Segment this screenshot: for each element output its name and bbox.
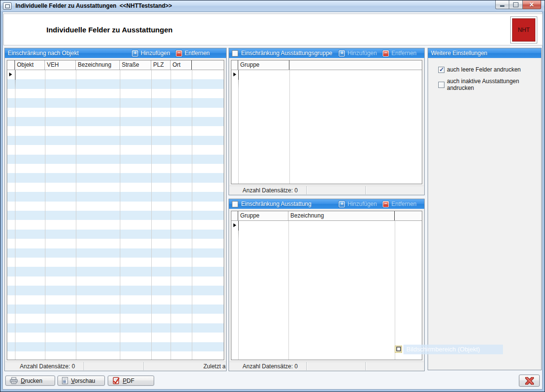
- gruppe-grid-header: Gruppe: [231, 60, 422, 70]
- plus-icon: [339, 201, 345, 207]
- panel-einstellungen-title: Weitere Einstellungen: [431, 50, 488, 57]
- pdf-button[interactable]: PDF: [108, 376, 154, 386]
- column-header-gruppe: Gruppe: [238, 211, 288, 220]
- ausstattung-grid-body[interactable]: [231, 221, 422, 360]
- window-title: Individuelle Felder zu Ausstattungen <<N…: [15, 2, 172, 9]
- column-header-ort: Ort: [171, 60, 192, 70]
- last-updated-label: Zuletzt ak: [144, 363, 226, 370]
- close-x-icon: [525, 377, 534, 385]
- printer-icon: [10, 377, 18, 384]
- app-window: Individuelle Felder zu Ausstattungen <<N…: [0, 0, 545, 392]
- gruppe-statusbar: Anzahl Datensätze: 0: [229, 186, 424, 194]
- window-controls: [495, 0, 541, 9]
- plus-icon: [132, 50, 138, 57]
- row-selector-header: [231, 60, 238, 70]
- column-header-veh: VEH: [45, 60, 76, 70]
- gruppe-grid[interactable]: Gruppe: [231, 60, 422, 184]
- column-header-empty: [395, 211, 422, 220]
- ausstattung-statusbar: Anzahl Datensätze: 0: [229, 362, 424, 370]
- panel-ausstattungsgruppe: Einschränkung Ausstattungsgruppe Hinzufü…: [229, 48, 425, 195]
- preview-icon: [62, 377, 68, 384]
- record-count: Anzahl Datensätze: 0: [229, 362, 306, 370]
- gruppe-remove-button[interactable]: Entfernen: [383, 50, 416, 57]
- print-button[interactable]: Drucken: [5, 376, 55, 386]
- gruppe-add-button[interactable]: Hinzufügen: [339, 50, 377, 57]
- minimize-button[interactable]: [495, 0, 509, 9]
- panel-gruppe-header: Einschränkung Ausstattungsgruppe Hinzufü…: [229, 48, 424, 58]
- minus-icon: [176, 50, 182, 57]
- nht-logo: NHT: [512, 18, 535, 42]
- gruppe-grid-body[interactable]: [231, 70, 422, 184]
- objekt-remove-button[interactable]: Entfernen: [176, 50, 210, 57]
- column-header-empty: [192, 60, 224, 70]
- panel-ausstattung: Einschränkung Ausstattung Hinzufügen Ent…: [229, 199, 425, 371]
- leere-felder-checkbox[interactable]: [438, 67, 445, 73]
- column-header-plz: PLZ: [151, 60, 171, 70]
- preview-button[interactable]: Vorschau: [57, 376, 105, 386]
- minus-icon: [383, 201, 389, 207]
- ausstattung-filter-checkbox[interactable]: [232, 201, 238, 207]
- current-row-marker-icon: [233, 73, 236, 76]
- plus-icon: [339, 50, 345, 57]
- objekt-grid-header: Objekt VEH Bezeichnung Straße PLZ Ort: [7, 60, 224, 70]
- close-window-button[interactable]: [523, 0, 541, 9]
- column-header-bezeichnung: Bezeichnung: [288, 211, 395, 220]
- logo-frame: NHT: [510, 16, 537, 44]
- current-row-marker-icon: [9, 73, 12, 76]
- title-bar: Individuelle Felder zu Ausstattungen <<N…: [0, 0, 545, 11]
- pdf-icon: [112, 377, 120, 384]
- panel-objekt: Einschränkung nach Objekt Hinzufügen Ent…: [4, 48, 227, 371]
- report-header: Individuelle Felder zu Ausstattungen NHT: [3, 14, 543, 45]
- panel-objekt-title: Einschränkung nach Objekt: [8, 50, 79, 57]
- maximize-button[interactable]: [509, 0, 523, 9]
- record-count: Anzahl Datensätze: 0: [229, 186, 306, 194]
- page-title: Individuelle Felder zu Ausstattungen: [46, 26, 172, 34]
- current-row-marker-icon: [233, 223, 236, 227]
- option-inaktive-ausstattungen[interactable]: auch inaktive Ausstattungen andrucken: [438, 78, 541, 91]
- objekt-grid[interactable]: Objekt VEH Bezeichnung Straße PLZ Ort: [7, 60, 224, 360]
- ausstattung-grid-header: Gruppe Bezeichnung: [231, 211, 422, 221]
- objekt-statusbar: Anzahl Datensätze: 0 Zuletzt ak: [5, 362, 226, 370]
- gruppe-filter-checkbox[interactable]: [232, 50, 238, 57]
- panel-gruppe-title: Einschränkung Ausstattungsgruppe: [241, 50, 332, 57]
- objekt-add-button[interactable]: Hinzufügen: [132, 50, 170, 57]
- system-menu-icon[interactable]: [3, 2, 12, 10]
- panel-einstellungen: Weitere Einstellungen auch leere Felder …: [428, 48, 542, 370]
- objekt-grid-body[interactable]: [7, 70, 224, 360]
- row-selector-header: [231, 211, 238, 220]
- inaktive-ausstattungen-checkbox[interactable]: [438, 82, 445, 88]
- option-leere-felder[interactable]: auch leere Felder andrucken: [438, 66, 521, 73]
- record-count: Anzahl Datensätze: 0: [5, 362, 84, 370]
- minus-icon: [383, 50, 389, 57]
- panel-einstellungen-header: Weitere Einstellungen: [428, 48, 541, 58]
- column-header-gruppe: Gruppe: [238, 60, 289, 70]
- panel-objekt-header: Einschränkung nach Objekt Hinzufügen Ent…: [5, 48, 226, 58]
- column-header-empty: [289, 60, 422, 70]
- panel-ausstattung-title: Einschränkung Ausstattung: [241, 201, 311, 207]
- column-header-bezeichnung: Bezeichnung: [76, 60, 120, 70]
- column-header-strasse: Straße: [120, 60, 151, 70]
- close-dialog-button[interactable]: [519, 375, 540, 387]
- row-selector-header: [7, 60, 15, 70]
- ausstattung-grid[interactable]: Gruppe Bezeichnung: [231, 211, 422, 360]
- ausstattung-remove-button[interactable]: Entfernen: [383, 201, 416, 207]
- panel-ausstattung-header: Einschränkung Ausstattung Hinzufügen Ent…: [229, 199, 424, 209]
- column-header-objekt: Objekt: [15, 60, 45, 70]
- ausstattung-add-button[interactable]: Hinzufügen: [339, 201, 377, 207]
